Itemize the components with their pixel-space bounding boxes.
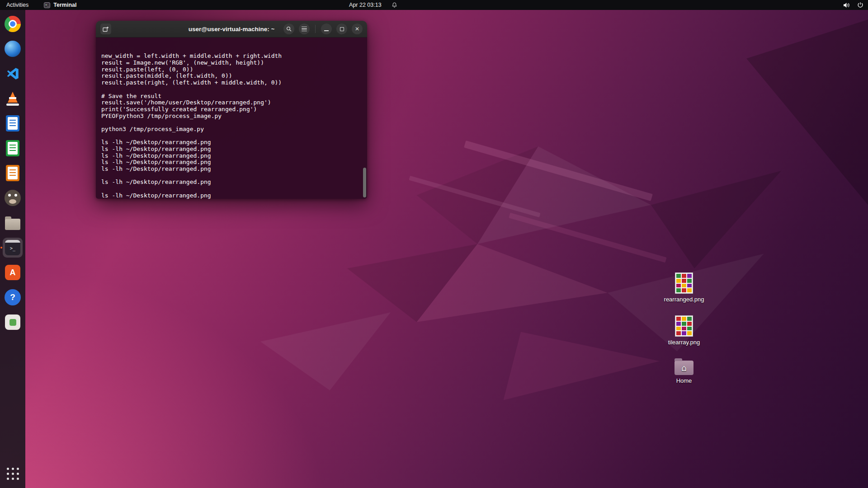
dock-item-impress[interactable] (3, 163, 23, 183)
terminal-line: ls -lh ~/Desktop/rearranged.png (101, 159, 362, 166)
titlebar-separator (315, 25, 316, 33)
dock-item-ubuntu-software[interactable]: A (3, 263, 23, 282)
dock-item-blue-sphere-app[interactable] (3, 39, 23, 59)
libreoffice-calc-icon (6, 140, 19, 156)
new-tab-button[interactable] (100, 23, 111, 34)
rearranged-thumbnail (675, 272, 693, 294)
thumbnail-tile (687, 288, 692, 292)
volume-icon[interactable] (843, 2, 850, 8)
terminal-output[interactable]: new_width = left.width + middle.width + … (96, 38, 367, 199)
clock[interactable]: Apr 22 03:13 (349, 2, 382, 8)
dock: >_ A ? (0, 10, 25, 488)
terminal-line: print('Successfully created rearranged.p… (101, 106, 362, 113)
dock-item-software-updater[interactable] (3, 312, 23, 332)
thumbnail-tile (676, 274, 681, 278)
desktop-icon-home[interactable]: ⌂ Home (662, 358, 706, 384)
dock-item-vscode[interactable] (3, 64, 23, 84)
dock-item-terminal[interactable]: >_ (3, 238, 23, 258)
terminal-line: result.paste(left, (0, 0)) (101, 66, 362, 73)
blue-sphere-app-icon (5, 41, 21, 57)
chrome-icon (5, 16, 21, 32)
terminal-line (101, 133, 362, 140)
dock-item-chrome[interactable] (3, 14, 23, 34)
thumbnail-tile (676, 279, 681, 283)
minimize-button[interactable] (321, 23, 332, 34)
app-grid-icon (7, 468, 19, 480)
close-button[interactable]: ✕ (352, 23, 363, 34)
notification-bell-icon[interactable] (392, 2, 397, 8)
vscode-icon (5, 66, 20, 81)
desktop-icon-label: tilearray.png (662, 339, 706, 346)
desktop-icon-label: Home (662, 377, 706, 384)
terminal-line (101, 119, 362, 126)
thumbnail-tile (676, 331, 681, 335)
dock-item-calc[interactable] (3, 138, 23, 158)
maximize-button[interactable] (336, 23, 347, 34)
thumbnail-tile (687, 331, 692, 335)
dock-item-writer[interactable] (3, 113, 23, 133)
terminal-line: python3 /tmp/process_image.py (101, 126, 362, 133)
terminal-line: ls -lh ~/Desktop/rearranged.png (101, 179, 362, 186)
show-applications-button[interactable] (3, 464, 23, 483)
wallpaper-streak (509, 213, 666, 263)
terminal-line: ls -lh ~/Desktop/rearranged.png (101, 166, 362, 173)
thumbnail-tile (687, 327, 692, 331)
minimize-icon (324, 30, 329, 31)
new-tab-icon (103, 26, 109, 32)
menu-button[interactable] (299, 23, 310, 34)
thumbnail-tile (682, 327, 686, 331)
terminal-line (101, 186, 362, 192)
focused-app-label: Terminal (53, 2, 76, 8)
house-glyph: ⌂ (675, 361, 693, 375)
thumbnail-tile (676, 327, 681, 331)
gimp-icon (5, 190, 21, 206)
terminal-line (101, 86, 362, 93)
dock-item-vlc[interactable] (3, 89, 23, 108)
desktop-icon-label: rearranged.png (662, 296, 706, 303)
focused-app-menu[interactable]: >_ Terminal (44, 2, 76, 8)
home-folder-icon: ⌂ (675, 361, 693, 375)
libreoffice-writer-icon (6, 115, 19, 131)
terminal-line: result = Image.new('RGB', (new_width, he… (101, 60, 362, 66)
thumbnail-tile (682, 288, 686, 292)
thumbnail-tile (682, 322, 686, 326)
search-button[interactable] (283, 23, 294, 34)
terminal-line (101, 173, 362, 179)
thumbnail-tile (687, 317, 692, 321)
search-icon (286, 26, 292, 32)
terminal-line: new_width = left.width + middle.width + … (101, 53, 362, 60)
tilearray-thumbnail (675, 315, 693, 337)
thumbnail-tile (687, 284, 692, 288)
libreoffice-impress-icon (6, 165, 19, 181)
terminal-line: result.paste(middle, (left.width, 0)) (101, 73, 362, 80)
software-updater-icon (5, 314, 20, 330)
thumbnail-tile (687, 279, 692, 283)
desktop-icon-tilearray[interactable]: tilearray.png (662, 315, 706, 346)
activities-button[interactable]: Activities (6, 2, 28, 8)
thumbnail-tile (676, 322, 681, 326)
thumbnail-tile (682, 317, 686, 321)
terminal-scrollbar[interactable] (363, 168, 366, 197)
power-icon[interactable] (857, 2, 863, 8)
terminal-line: ls -lh ~/Desktop/rearranged.png (101, 192, 362, 199)
terminal-line: result.paste(right, (left.width + middle… (101, 80, 362, 86)
maximize-icon (340, 27, 344, 31)
files-folder-icon (5, 219, 20, 230)
terminal-titlebar[interactable]: user@user-virtual-machine: ~ ✕ (96, 21, 367, 38)
thumbnail-tile (682, 274, 686, 278)
terminal-line: ls -lh ~/Desktop/rearranged.png (101, 153, 362, 160)
window-title: user@user-virtual-machine: ~ (189, 26, 275, 33)
top-bar: Activities >_ Terminal Apr 22 03:13 (0, 0, 868, 10)
thumbnail-tile (676, 288, 681, 292)
thumbnail-tile (682, 331, 686, 335)
vlc-icon (6, 92, 19, 106)
dock-item-help[interactable]: ? (3, 287, 23, 307)
thumbnail-tile (687, 322, 692, 326)
dock-item-gimp[interactable] (3, 188, 23, 208)
terminal-line: PYEOFpython3 /tmp/process_image.py (101, 113, 362, 120)
thumbnail-tile (687, 274, 692, 278)
desktop-icon-rearranged[interactable]: rearranged.png (662, 272, 706, 303)
dock-item-files[interactable] (3, 213, 23, 233)
hamburger-icon (302, 27, 307, 32)
thumbnail-tile (682, 279, 686, 283)
